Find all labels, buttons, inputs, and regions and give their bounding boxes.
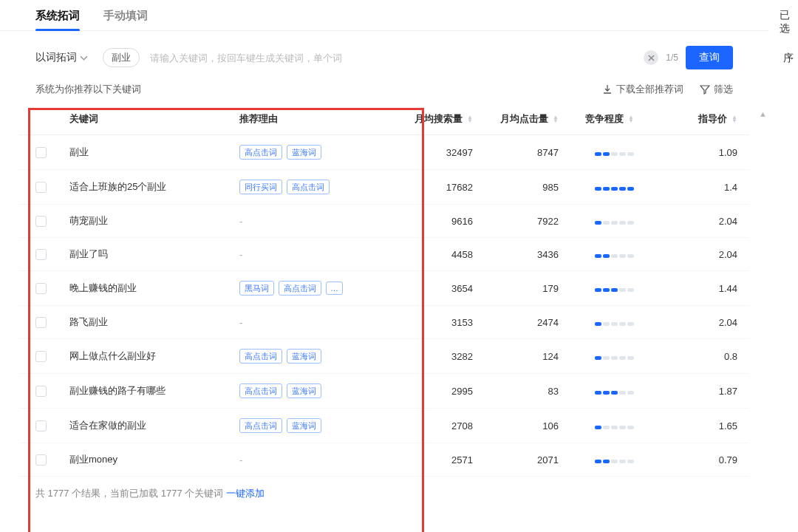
add-all-button[interactable]: 一键添加 [226,488,265,499]
cell-competition [559,182,640,193]
table-row: 副业赚钱的路子有哪些 高点击词蓝海词 2995 83 1.87 [19,374,749,409]
cell-reason: - [239,317,387,328]
col-reason[interactable]: 推荐理由 [239,112,387,126]
row-checkbox[interactable] [35,351,47,362]
cell-keyword: 网上做点什么副业好 [69,349,239,363]
competition-bar [595,322,634,326]
row-checkbox[interactable] [35,147,47,158]
reason-empty: - [239,249,242,260]
cell-monthly-click: 2071 [473,454,559,466]
cell-reason: - [239,216,387,227]
competition-bar [595,460,634,463]
row-checkbox[interactable] [35,283,47,294]
col-monthly-click[interactable]: 月均点击量▲▼ [473,112,559,126]
cell-guide-price: 1.87 [640,386,745,397]
right-panel-peek: 已选 [780,9,798,35]
cell-monthly-click: 2474 [473,317,559,328]
competition-bar [595,187,634,191]
cell-reason: 黑马词高点击词… [239,281,387,296]
reason-empty: - [239,216,242,227]
cell-guide-price: 2.04 [640,317,745,328]
filter-button[interactable]: 筛选 [700,83,733,96]
more-tags-button[interactable]: … [326,282,343,295]
search-button[interactable]: 查询 [686,46,733,69]
download-all-button[interactable]: 下载全部推荐词 [602,83,683,96]
row-checkbox[interactable] [35,454,47,466]
reason-tag: 黑马词 [239,281,274,296]
cell-guide-price: 2.04 [640,249,745,260]
reason-empty: - [239,454,242,466]
competition-bar [595,152,634,156]
table-row: 适合在家做的副业 高点击词蓝海词 2708 106 1.65 [19,409,749,443]
tab-manual-fill[interactable]: 手动填词 [103,9,148,30]
sort-icon: ▲▼ [732,115,737,123]
cell-competition [559,420,640,432]
cell-competition [559,351,640,362]
right-panel-peek-2: 序 [783,52,794,65]
reason-tag: 高点击词 [239,418,282,433]
row-checkbox[interactable] [35,182,47,193]
cell-monthly-search: 17682 [387,182,473,193]
competition-bar [595,391,634,395]
col-guide-price[interactable]: 指导价▲▼ [640,112,745,126]
reason-empty: - [239,317,242,328]
cell-monthly-search: 3282 [387,351,473,362]
col-monthly-search[interactable]: 月均搜索量▲▼ [387,112,473,126]
cell-guide-price: 2.04 [640,216,745,227]
cell-monthly-search: 4458 [387,249,473,260]
reason-tag: 高点击词 [279,281,321,296]
table-header: 关键词 推荐理由 月均搜索量▲▼ 月均点击量▲▼ 竞争程度▲▼ 指导价▲▼ [19,103,749,135]
chevron-down-icon [80,54,88,62]
toolbar: 系统为你推荐以下关键词 下载全部推荐词 筛选 [0,78,768,103]
reason-tag: 高点击词 [239,145,282,160]
row-checkbox[interactable] [35,317,47,328]
table-row: 路飞副业 - 3153 2474 2.04 [19,306,749,339]
cell-monthly-click: 985 [473,182,559,193]
row-checkbox[interactable] [35,420,47,432]
sort-icon: ▲▼ [467,115,473,123]
table-row: 副业money - 2571 2071 0.79 [19,443,749,477]
row-checkbox[interactable] [35,216,47,227]
cell-keyword: 副业 [69,146,239,159]
cell-monthly-search: 32497 [387,147,473,158]
cell-keyword: 适合上班族的25个副业 [69,180,239,194]
col-keyword[interactable]: 关键词 [69,112,239,126]
cell-reason: 高点击词蓝海词 [239,418,387,433]
cell-competition [559,283,640,294]
reason-tag: 蓝海词 [287,145,321,160]
footer-summary: 共 1777 个结果，当前已加载 1777 个关键词 一键添加 [0,477,768,511]
scroll-up-icon[interactable]: ▲ [759,109,767,118]
cell-guide-price: 1.65 [640,420,745,432]
cell-monthly-click: 179 [473,283,559,294]
cell-keyword: 副业money [69,453,239,466]
recommend-label: 系统为你推荐以下关键词 [35,83,141,96]
col-competition[interactable]: 竞争程度▲▼ [559,112,640,126]
footer-text: 共 1777 个结果，当前已加载 1777 个关键词 [35,488,226,499]
cell-monthly-click: 124 [473,351,559,362]
cell-competition [559,249,640,260]
cell-competition [559,317,640,328]
expand-mode-select[interactable]: 以词拓词 [35,51,88,64]
cell-reason: 同行买词高点击词 [239,180,387,194]
cell-monthly-click: 3436 [473,249,559,260]
cell-monthly-search: 2995 [387,386,473,397]
keyword-table: 关键词 推荐理由 月均搜索量▲▼ 月均点击量▲▼ 竞争程度▲▼ 指导价▲▼ 副业… [19,103,749,477]
download-icon [602,84,613,95]
cell-guide-price: 1.09 [640,147,745,158]
cell-reason: 高点击词蓝海词 [239,383,387,398]
cell-monthly-click: 106 [473,420,559,432]
row-checkbox[interactable] [35,386,47,397]
reason-tag: 蓝海词 [287,418,321,433]
keyword-token[interactable]: 副业 [103,48,140,67]
keyword-counter: 1/5 [666,52,678,63]
cell-competition [559,386,640,397]
cell-guide-price: 1.44 [640,283,745,294]
keyword-input[interactable] [147,48,636,68]
cell-reason: 高点击词蓝海词 [239,349,387,364]
cell-guide-price: 0.79 [640,454,745,466]
row-checkbox[interactable] [35,249,47,260]
tab-system-expand[interactable]: 系统拓词 [35,9,80,30]
clear-input-button[interactable] [644,50,658,65]
search-row: 以词拓词 副业 1/5 查询 [0,31,768,78]
reason-tag: 高点击词 [287,180,330,194]
